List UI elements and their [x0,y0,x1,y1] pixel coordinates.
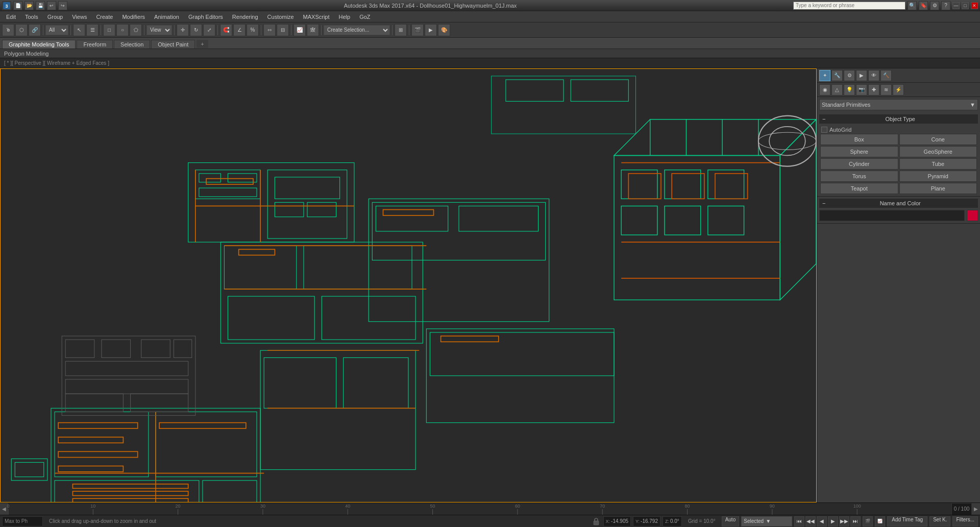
hierarchy-panel-btn[interactable]: ⚙ [844,70,855,81]
schematic-btn[interactable]: 🕸 [307,24,319,36]
menu-maxscript[interactable]: MAXScript [299,13,334,21]
geosphere-btn[interactable]: GeoSphere [899,146,977,157]
create-panel-btn[interactable]: ✦ [819,70,830,81]
menu-graph-editors[interactable]: Graph Editors [184,13,227,21]
undo-btn[interactable]: ↩ [47,1,56,10]
scale-btn[interactable]: ⤢ [203,24,215,36]
lights-btn[interactable]: 💡 [844,84,855,95]
select-by-name-btn[interactable]: ☰ [86,24,99,36]
torus-btn[interactable]: Torus [820,171,898,182]
object-name-input[interactable] [819,210,965,221]
bookmark-icon[interactable]: 🔖 [919,1,928,10]
snap-btn[interactable]: 🧲 [220,24,232,36]
rotate-btn[interactable]: ↻ [190,24,202,36]
align-btn[interactable]: ⊟ [277,24,289,36]
geometry-btn[interactable]: ◉ [819,84,830,95]
frame-type-icon[interactable]: 🎬 [863,516,873,526]
primitive-type-dropdown[interactable]: Standard Primitives ▼ [819,99,978,110]
tab-freeform[interactable]: Freeform [77,40,113,49]
filters-btn[interactable]: Filters... [952,516,978,526]
viewport-3d[interactable] [0,68,817,502]
select-region-btn[interactable]: ⬡ [15,24,28,36]
create-selection-dropdown[interactable]: Create Selection... [324,25,390,35]
timeline-track[interactable]: 0 10 20 30 40 50 60 70 80 90 100 [8,503,951,515]
select-btn[interactable]: ↖ [73,24,85,36]
helpers-btn[interactable]: ✚ [868,84,879,95]
filter-dropdown[interactable]: All [45,25,68,35]
menu-rendering[interactable]: Rendering [228,13,262,21]
minimize-button[interactable]: — [952,2,960,9]
auto-key-btn[interactable]: Auto [722,516,740,526]
shapes-btn[interactable]: △ [831,84,843,95]
cameras-btn[interactable]: 📷 [856,84,867,95]
tab-object-paint[interactable]: Object Paint [151,40,195,49]
menu-views[interactable]: Views [68,13,91,21]
angle-snap-btn[interactable]: ∠ [233,24,246,36]
move-btn[interactable]: ✛ [177,24,189,36]
link-btn[interactable]: 🔗 [29,24,41,36]
menu-edit[interactable]: Edit [2,13,20,21]
mirror-btn[interactable]: ⇿ [263,24,276,36]
menu-help[interactable]: Help [335,13,355,21]
ribbon-extra-tab[interactable]: + [196,39,208,49]
teapot-btn[interactable]: Teapot [820,183,898,194]
curve-editor-btn[interactable]: 📈 [293,24,306,36]
layer-btn[interactable]: ⊞ [395,24,407,36]
select-mode-btn[interactable]: 🖱 [2,24,14,36]
menu-modifiers[interactable]: Modifiers [118,13,149,21]
sphere-btn[interactable]: Sphere [820,146,898,157]
tube-btn[interactable]: Tube [899,158,977,170]
spacewarps-btn[interactable]: ≋ [880,84,892,95]
menu-group[interactable]: Group [43,13,67,21]
display-panel-btn[interactable]: 👁 [868,70,879,81]
material-editor-btn[interactable]: 🎨 [438,24,450,36]
close-button[interactable]: ✕ [971,2,978,9]
new-btn[interactable]: 📄 [13,1,22,10]
play-next-btn[interactable]: ▶▶ [839,516,849,526]
rect-select-btn[interactable]: □ [103,24,115,36]
maximize-button[interactable]: □ [962,2,969,9]
menu-create[interactable]: Create [92,13,117,21]
color-swatch[interactable] [967,210,978,221]
selected-dropdown[interactable]: Selected ▼ [741,516,792,526]
play-start-btn[interactable]: ⏮ [794,516,804,526]
render-btn[interactable]: ▶ [425,24,437,36]
fps-display[interactable]: Max to Ph [2,516,43,526]
menu-tools[interactable]: Tools [21,13,42,21]
play-btn[interactable]: ▶ [828,516,838,526]
settings-icon[interactable]: ⚙ [930,1,939,10]
percent-snap-btn[interactable]: % [247,24,259,36]
search-input[interactable] [793,2,905,10]
save-btn[interactable]: 💾 [36,1,45,10]
box-btn[interactable]: Box [820,134,898,145]
menu-goz[interactable]: GoZ [355,13,374,21]
redo-btn[interactable]: ↪ [58,1,67,10]
play-prev-btn[interactable]: ◀ [817,516,827,526]
menu-animation[interactable]: Animation [150,13,183,21]
tab-selection[interactable]: Selection [114,40,150,49]
cylinder-btn[interactable]: Cylinder [820,158,898,170]
add-time-tag-btn[interactable]: Add Time Tag [887,516,927,526]
timeline-next-btn[interactable]: ▶ [972,503,980,515]
plane-btn[interactable]: Plane [899,183,977,194]
motion-panel-btn[interactable]: ▶ [856,70,867,81]
mini-curve-icon[interactable]: 📈 [875,516,885,526]
view-dropdown[interactable]: View [146,25,172,35]
play-end-btn[interactable]: ⏭ [850,516,861,526]
search-icon-btn[interactable]: 🔍 [908,1,917,10]
systems-btn[interactable]: ⚡ [893,84,904,95]
cone-btn[interactable]: Cone [899,134,977,145]
circle-select-btn[interactable]: ○ [116,24,129,36]
menu-customize[interactable]: Customize [263,13,298,21]
modify-panel-btn[interactable]: 🔧 [831,70,843,81]
open-btn[interactable]: 📂 [24,1,34,10]
lasso-select-btn[interactable]: ⬠ [130,24,142,36]
utilities-panel-btn[interactable]: 🔨 [880,70,892,81]
tab-graphite-modeling[interactable]: Graphite Modeling Tools [2,40,76,49]
autogrid-checkbox[interactable] [821,127,827,133]
lock-icon[interactable] [591,516,601,526]
set-key-btn[interactable]: Set K. [929,516,950,526]
render-setup-btn[interactable]: 🎬 [411,24,424,36]
pyramid-btn[interactable]: Pyramid [899,171,977,182]
play-prev-key-btn[interactable]: ◀◀ [805,516,816,526]
